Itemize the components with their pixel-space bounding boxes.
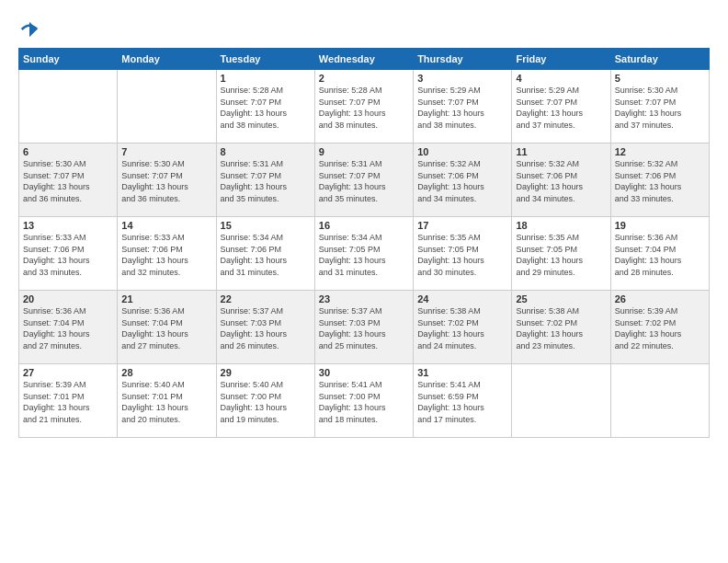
day-number: 31 [417, 367, 507, 378]
day-info: Sunrise: 5:29 AM Sunset: 7:07 PM Dayligh… [516, 85, 606, 131]
day-info: Sunrise: 5:30 AM Sunset: 7:07 PM Dayligh… [23, 158, 113, 204]
day-info: Sunrise: 5:28 AM Sunset: 7:07 PM Dayligh… [319, 85, 409, 131]
day-cell: 5Sunrise: 5:30 AM Sunset: 7:07 PM Daylig… [610, 70, 709, 144]
day-cell: 23Sunrise: 5:37 AM Sunset: 7:03 PM Dayli… [314, 291, 413, 364]
day-number: 8 [221, 146, 311, 157]
day-cell: 30Sunrise: 5:41 AM Sunset: 7:00 PM Dayli… [314, 364, 413, 438]
header-row: SundayMondayTuesdayWednesdayThursdayFrid… [19, 49, 710, 70]
day-info: Sunrise: 5:38 AM Sunset: 7:02 PM Dayligh… [417, 305, 507, 351]
week-row-3: 13Sunrise: 5:33 AM Sunset: 7:06 PM Dayli… [19, 217, 710, 291]
day-info: Sunrise: 5:40 AM Sunset: 7:00 PM Dayligh… [221, 379, 311, 425]
day-info: Sunrise: 5:37 AM Sunset: 7:03 PM Dayligh… [319, 305, 409, 351]
day-cell: 28Sunrise: 5:40 AM Sunset: 7:01 PM Dayli… [118, 364, 216, 438]
header-cell-monday: Monday [118, 49, 216, 70]
day-number: 18 [516, 220, 606, 231]
day-cell: 31Sunrise: 5:41 AM Sunset: 6:59 PM Dayli… [414, 364, 512, 438]
day-cell: 15Sunrise: 5:34 AM Sunset: 7:06 PM Dayli… [216, 217, 314, 291]
day-cell: 3Sunrise: 5:29 AM Sunset: 7:07 PM Daylig… [414, 70, 512, 144]
day-cell: 1Sunrise: 5:28 AM Sunset: 7:07 PM Daylig… [216, 70, 314, 144]
day-number: 27 [23, 367, 113, 378]
day-cell: 2Sunrise: 5:28 AM Sunset: 7:07 PM Daylig… [314, 70, 413, 144]
day-cell: 7Sunrise: 5:30 AM Sunset: 7:07 PM Daylig… [118, 144, 216, 217]
day-cell: 24Sunrise: 5:38 AM Sunset: 7:02 PM Dayli… [414, 291, 512, 364]
day-info: Sunrise: 5:35 AM Sunset: 7:05 PM Dayligh… [516, 232, 606, 278]
day-info: Sunrise: 5:30 AM Sunset: 7:07 PM Dayligh… [615, 85, 705, 131]
day-cell: 17Sunrise: 5:35 AM Sunset: 7:05 PM Dayli… [414, 217, 512, 291]
header-cell-sunday: Sunday [19, 49, 118, 70]
day-info: Sunrise: 5:36 AM Sunset: 7:04 PM Dayligh… [23, 305, 113, 351]
day-number: 12 [615, 146, 705, 157]
day-info: Sunrise: 5:39 AM Sunset: 7:02 PM Dayligh… [615, 305, 705, 351]
day-cell: 9Sunrise: 5:31 AM Sunset: 7:07 PM Daylig… [314, 144, 413, 217]
header-cell-friday: Friday [512, 49, 610, 70]
day-number: 22 [221, 293, 311, 304]
day-number: 5 [615, 73, 705, 84]
day-number: 3 [417, 73, 507, 84]
day-info: Sunrise: 5:41 AM Sunset: 7:00 PM Dayligh… [319, 379, 409, 425]
day-info: Sunrise: 5:38 AM Sunset: 7:02 PM Dayligh… [516, 305, 606, 351]
day-cell: 13Sunrise: 5:33 AM Sunset: 7:06 PM Dayli… [19, 217, 118, 291]
day-info: Sunrise: 5:32 AM Sunset: 7:06 PM Dayligh… [516, 158, 606, 204]
day-cell: 8Sunrise: 5:31 AM Sunset: 7:07 PM Daylig… [216, 144, 314, 217]
day-info: Sunrise: 5:33 AM Sunset: 7:06 PM Dayligh… [23, 232, 113, 278]
day-number: 4 [516, 73, 606, 84]
day-cell: 6Sunrise: 5:30 AM Sunset: 7:07 PM Daylig… [19, 144, 118, 217]
day-cell: 29Sunrise: 5:40 AM Sunset: 7:00 PM Dayli… [216, 364, 314, 438]
day-cell: 27Sunrise: 5:39 AM Sunset: 7:01 PM Dayli… [19, 364, 118, 438]
day-cell [118, 70, 216, 144]
day-info: Sunrise: 5:29 AM Sunset: 7:07 PM Dayligh… [417, 85, 507, 131]
day-info: Sunrise: 5:33 AM Sunset: 7:06 PM Dayligh… [121, 232, 211, 278]
day-info: Sunrise: 5:37 AM Sunset: 7:03 PM Dayligh… [221, 305, 311, 351]
day-number: 14 [121, 220, 211, 231]
header-cell-saturday: Saturday [610, 49, 709, 70]
day-cell: 21Sunrise: 5:36 AM Sunset: 7:04 PM Dayli… [118, 291, 216, 364]
day-cell: 12Sunrise: 5:32 AM Sunset: 7:06 PM Dayli… [610, 144, 709, 217]
week-row-5: 27Sunrise: 5:39 AM Sunset: 7:01 PM Dayli… [19, 364, 710, 438]
day-number: 29 [221, 367, 311, 378]
day-number: 6 [23, 146, 113, 157]
day-number: 9 [319, 146, 409, 157]
day-info: Sunrise: 5:36 AM Sunset: 7:04 PM Dayligh… [615, 232, 705, 278]
logo-icon [20, 20, 39, 39]
day-info: Sunrise: 5:36 AM Sunset: 7:04 PM Dayligh… [121, 305, 211, 351]
day-info: Sunrise: 5:31 AM Sunset: 7:07 PM Dayligh… [221, 158, 311, 204]
day-number: 10 [417, 146, 507, 157]
day-info: Sunrise: 5:39 AM Sunset: 7:01 PM Dayligh… [23, 379, 113, 425]
day-cell: 25Sunrise: 5:38 AM Sunset: 7:02 PM Dayli… [512, 291, 610, 364]
day-cell [610, 364, 709, 438]
day-number: 28 [121, 367, 211, 378]
calendar: SundayMondayTuesdayWednesdayThursdayFrid… [18, 48, 710, 438]
day-number: 20 [23, 293, 113, 304]
day-number: 15 [221, 220, 311, 231]
day-number: 2 [319, 73, 409, 84]
day-number: 30 [319, 367, 409, 378]
day-info: Sunrise: 5:32 AM Sunset: 7:06 PM Dayligh… [417, 158, 507, 204]
day-cell: 16Sunrise: 5:34 AM Sunset: 7:05 PM Dayli… [314, 217, 413, 291]
header-cell-thursday: Thursday [414, 49, 512, 70]
day-number: 24 [417, 293, 507, 304]
day-cell: 11Sunrise: 5:32 AM Sunset: 7:06 PM Dayli… [512, 144, 610, 217]
day-cell: 22Sunrise: 5:37 AM Sunset: 7:03 PM Dayli… [216, 291, 314, 364]
header-cell-tuesday: Tuesday [216, 49, 314, 70]
day-cell: 14Sunrise: 5:33 AM Sunset: 7:06 PM Dayli… [118, 217, 216, 291]
day-number: 19 [615, 220, 705, 231]
header [18, 18, 710, 39]
day-cell: 18Sunrise: 5:35 AM Sunset: 7:05 PM Dayli… [512, 217, 610, 291]
day-number: 16 [319, 220, 409, 231]
day-number: 26 [615, 293, 705, 304]
day-info: Sunrise: 5:34 AM Sunset: 7:06 PM Dayligh… [221, 232, 311, 278]
logo-text [18, 18, 39, 39]
day-number: 17 [417, 220, 507, 231]
day-cell: 10Sunrise: 5:32 AM Sunset: 7:06 PM Dayli… [414, 144, 512, 217]
day-info: Sunrise: 5:32 AM Sunset: 7:06 PM Dayligh… [615, 158, 705, 204]
day-number: 1 [221, 73, 311, 84]
day-number: 7 [121, 146, 211, 157]
logo [18, 18, 39, 39]
week-row-2: 6Sunrise: 5:30 AM Sunset: 7:07 PM Daylig… [19, 144, 710, 217]
day-number: 11 [516, 146, 606, 157]
day-info: Sunrise: 5:40 AM Sunset: 7:01 PM Dayligh… [121, 379, 211, 425]
day-info: Sunrise: 5:34 AM Sunset: 7:05 PM Dayligh… [319, 232, 409, 278]
week-row-1: 1Sunrise: 5:28 AM Sunset: 7:07 PM Daylig… [19, 70, 710, 144]
day-number: 25 [516, 293, 606, 304]
day-info: Sunrise: 5:35 AM Sunset: 7:05 PM Dayligh… [417, 232, 507, 278]
